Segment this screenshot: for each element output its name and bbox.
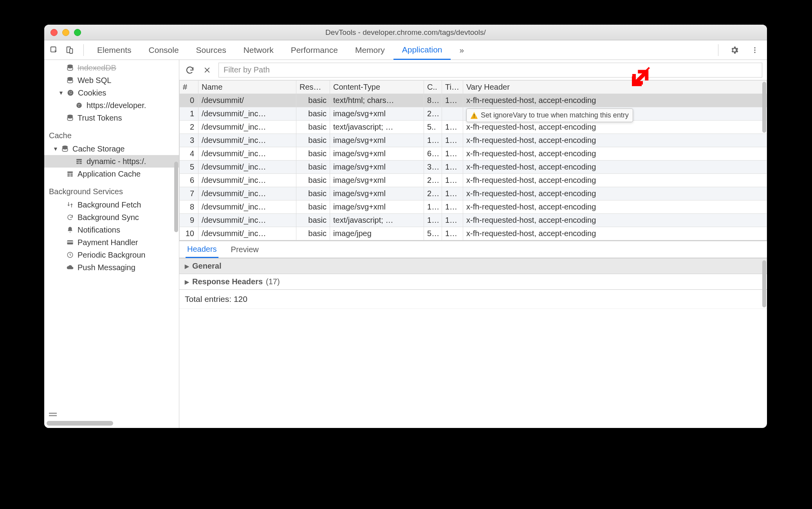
sidebar-label: Notifications (78, 226, 120, 235)
horizontal-scrollbar[interactable] (47, 421, 113, 426)
cell: text/javascript; … (330, 121, 424, 134)
col-header-vary[interactable]: Vary Header (463, 81, 767, 94)
cell: 1… (424, 214, 442, 227)
tab-sources[interactable]: Sources (188, 40, 235, 60)
table-row[interactable]: 7/devsummit/_inc…basicimage/svg+xml2…1…x… (180, 187, 767, 200)
disclosure-triangle-icon[interactable]: ▼ (58, 90, 63, 96)
clock-icon (66, 251, 74, 259)
cell: image/svg+xml (330, 107, 424, 121)
kebab-menu-icon[interactable] (748, 43, 761, 57)
table-row[interactable]: 5/devsummit/_inc…basicimage/svg+xml3…1…x… (180, 161, 767, 174)
disclosure-triangle-icon[interactable]: ▶ (185, 279, 189, 285)
cell: 1… (442, 134, 463, 147)
sidebar-item-notifications[interactable]: Notifications (44, 224, 179, 236)
sidebar-label: Trust Tokens (78, 114, 122, 123)
cell: 1… (442, 214, 463, 227)
sidebar-item-push[interactable]: Push Messaging (44, 261, 179, 274)
col-header-content-type[interactable]: Content-Type (330, 81, 424, 94)
sidebar-item-cookie-origin[interactable]: https://developer. (44, 99, 179, 112)
table-row[interactable]: 0/devsummit/basictext/html; chars…8…1…x-… (180, 94, 767, 107)
inspect-element-icon[interactable] (47, 43, 61, 57)
panel-tabbar: Elements Console Sources Network Perform… (44, 40, 767, 60)
resize-handle[interactable] (49, 415, 57, 416)
sidebar-item-trust-tokens[interactable]: Trust Tokens (44, 112, 179, 124)
cell: 5.. (424, 121, 442, 134)
sidebar-item-cache-entry[interactable]: dynamic - https:/. (44, 155, 179, 168)
cache-toolbar (179, 60, 767, 80)
table-row[interactable]: 3/devsummit/_inc…basicimage/svg+xml1…1…x… (180, 134, 767, 147)
sidebar-item-application-cache[interactable]: Application Cache (44, 168, 179, 180)
col-header-time[interactable]: Ti… (442, 81, 463, 94)
col-header-num[interactable]: # (180, 81, 198, 94)
tab-overflow[interactable]: » (451, 40, 473, 60)
table-row[interactable]: 9/devsummit/_inc…basictext/javascript; …… (180, 214, 767, 227)
sidebar-label: Background Fetch (78, 200, 141, 209)
details-tab-headers[interactable]: Headers (186, 242, 218, 258)
table-row[interactable]: 4/devsummit/_inc…basicimage/svg+xml6…1…x… (180, 147, 767, 161)
cell: 8 (180, 200, 198, 214)
cell: 8… (424, 94, 442, 107)
vertical-scrollbar[interactable] (174, 162, 178, 232)
cell: 1… (442, 174, 463, 187)
col-header-name[interactable]: Name (198, 81, 296, 94)
table-row[interactable]: 8/devsummit/_inc…basicimage/svg+xml1…1…x… (180, 200, 767, 214)
svg-rect-22 (76, 163, 79, 164)
svg-rect-24 (67, 171, 73, 173)
cell: 10 (180, 227, 198, 240)
sidebar-item-cookies[interactable]: ▼ Cookies (44, 87, 179, 99)
sidebar-label: Background Sync (78, 213, 139, 222)
cell: 5 (180, 161, 198, 174)
clear-icon[interactable] (201, 64, 213, 76)
table-row[interactable]: 2/devsummit/_inc…basictext/javascript; …… (180, 121, 767, 134)
cell: x-fh-requested-host, accept-encoding (463, 227, 767, 240)
refresh-icon[interactable] (184, 64, 196, 76)
sidebar-item-payment[interactable]: Payment Handler (44, 236, 179, 249)
sidebar-item-indexeddb[interactable]: IndexedDB (44, 61, 179, 74)
cell: /devsummit/_inc… (198, 147, 296, 161)
tab-console[interactable]: Console (140, 40, 188, 60)
cell: 1… (424, 134, 442, 147)
cell: image/svg+xml (330, 161, 424, 174)
cell: x-fh-requested-host, accept-encoding (463, 200, 767, 214)
table-row[interactable]: 6/devsummit/_inc…basicimage/svg+xml2…1…x… (180, 174, 767, 187)
section-response-headers[interactable]: ▶ Response Headers (17) (179, 274, 767, 290)
tab-memory[interactable]: Memory (346, 40, 393, 60)
vertical-scrollbar[interactable] (762, 260, 766, 307)
tab-network[interactable]: Network (235, 40, 282, 60)
sidebar-item-cache-storage[interactable]: ▼ Cache Storage (44, 143, 179, 155)
bell-icon (66, 226, 74, 234)
cache-storage-panel: # Name Res… Content-Type C.. Ti… Vary He… (179, 60, 767, 428)
sidebar-item-bg-sync[interactable]: Background Sync (44, 211, 179, 224)
sidebar-item-periodic[interactable]: Periodic Backgroun (44, 249, 179, 261)
tab-application[interactable]: Application (393, 41, 451, 60)
svg-point-10 (71, 91, 72, 92)
disclosure-triangle-icon[interactable]: ▶ (185, 263, 189, 269)
cell: /devsummit/_inc… (198, 161, 296, 174)
filter-input[interactable] (218, 63, 762, 78)
section-general[interactable]: ▶ General (179, 258, 767, 274)
col-header-response[interactable]: Res… (296, 81, 330, 94)
sidebar-label: Cookies (78, 88, 106, 97)
cell: 1… (424, 200, 442, 214)
cell: 9 (180, 214, 198, 227)
svg-rect-20 (76, 161, 79, 162)
cell (442, 107, 463, 121)
col-header-content-length[interactable]: C.. (424, 81, 442, 94)
disclosure-triangle-icon[interactable]: ▼ (53, 146, 58, 152)
sidebar-item-websql[interactable]: Web SQL (44, 74, 179, 87)
cell: 2 (180, 121, 198, 134)
vertical-scrollbar[interactable] (762, 82, 766, 133)
tab-performance[interactable]: Performance (282, 40, 346, 60)
details-tab-preview[interactable]: Preview (229, 242, 260, 257)
tab-elements[interactable]: Elements (88, 40, 140, 60)
sidebar-item-bg-fetch[interactable]: Background Fetch (44, 199, 179, 211)
table-row[interactable]: 10/devsummit/_inc…basicimage/jpeg5…1…x-f… (180, 227, 767, 240)
sidebar-label: Cache Storage (72, 144, 125, 153)
svg-rect-19 (76, 159, 82, 161)
svg-point-9 (69, 92, 70, 92)
cell: 6… (424, 147, 442, 161)
settings-icon[interactable] (728, 43, 741, 57)
svg-point-13 (76, 103, 82, 108)
cell: /devsummit/_inc… (198, 121, 296, 134)
device-toolbar-icon[interactable] (63, 43, 76, 57)
